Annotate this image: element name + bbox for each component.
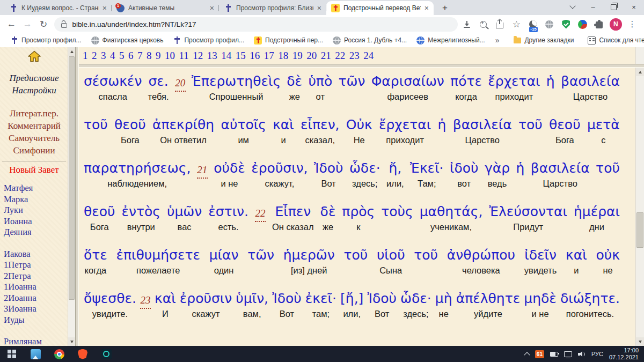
sidebar-book-link[interactable]: Иуды — [4, 315, 68, 326]
greek-word[interactable]: βασιλεία — [531, 159, 590, 177]
chapter-link[interactable]: 24 — [363, 50, 374, 62]
sidebar-book-link[interactable]: Иакова — [4, 249, 68, 260]
sidebar-scrollbar-thumb[interactable] — [69, 56, 75, 300]
greek-word[interactable]: Ἰδοὺ — [314, 159, 343, 177]
greek-word[interactable]: γὰρ — [485, 159, 510, 177]
greek-word[interactable]: Ἐλεύσονται — [489, 203, 567, 220]
menu-button[interactable]: ⋮ — [625, 17, 640, 32]
dark-mode-extension-button[interactable]: -15 — [525, 17, 540, 32]
bookmark-item[interactable]: Просмотр профил... — [168, 36, 249, 45]
frame-border-horizontal[interactable] — [79, 64, 644, 68]
greek-word[interactable]: ἐστιν. — [208, 203, 248, 220]
back-button[interactable]: ← — [4, 17, 19, 32]
translate-extension-button[interactable] — [542, 17, 557, 32]
greek-word[interactable]: τοὺς — [381, 203, 413, 220]
new-tab-button[interactable]: + — [438, 1, 452, 15]
zoom-indicator-button[interactable] — [476, 17, 491, 32]
greek-word[interactable]: ὧδε· — [349, 159, 380, 177]
browser-tab[interactable]: Подстрочный перевод Ветхого× — [326, 1, 434, 15]
greek-word[interactable]: ἡμερῶν — [283, 246, 335, 264]
greek-word[interactable]: τοῦ — [414, 246, 438, 264]
greek-word[interactable]: ἐπιθυμήσετε — [116, 246, 200, 264]
chapter-link[interactable]: 20 — [306, 50, 317, 62]
tray-badge[interactable]: 61 — [535, 350, 544, 358]
chapter-link[interactable]: 2 — [92, 50, 97, 62]
sidebar-book-link[interactable]: 1Петра — [4, 260, 68, 271]
greek-word[interactable]: Ἰδοὺ — [367, 290, 397, 307]
greek-word[interactable]: τοῦ — [596, 159, 620, 177]
greek-word[interactable]: παρατηρήσεως, — [84, 159, 191, 177]
greek-word[interactable]: ὄψεσθε. — [84, 290, 136, 307]
tab-close-icon[interactable]: × — [425, 4, 429, 12]
chapter-link[interactable]: 12 — [193, 50, 203, 62]
site-lock-icon[interactable] — [61, 23, 67, 28]
minimize-button[interactable]: – — [583, 0, 603, 14]
scroll-up-button[interactable] — [68, 47, 75, 56]
reading-list-button[interactable]: Список для чтения — [583, 36, 644, 45]
greek-word[interactable]: πότε — [450, 72, 482, 90]
greek-word[interactable]: ὑπὸ — [308, 72, 332, 90]
greek-word[interactable]: ὑμῶν — [167, 203, 202, 220]
sidebar-book-link[interactable]: Иоанна — [4, 216, 68, 227]
greek-word[interactable]: τῶν — [338, 72, 365, 90]
greek-word[interactable]: αὐτοῖς — [221, 116, 266, 134]
greek-word[interactable]: οὐδὲ — [214, 159, 245, 177]
greek-word[interactable]: ὧδε· — [400, 290, 431, 307]
tab-close-icon[interactable]: × — [317, 4, 321, 12]
greek-word[interactable]: υἱοῦ — [377, 246, 405, 264]
scroll-down-button[interactable] — [636, 337, 644, 346]
greek-word[interactable]: ἡ — [438, 116, 447, 134]
sidebar-book-link[interactable]: Матфея — [4, 183, 68, 194]
idm-extension-button[interactable] — [575, 17, 590, 32]
greek-word[interactable]: Ἐπερωτηθεὶς — [192, 72, 281, 90]
greek-word[interactable]: θεοῦ — [549, 116, 581, 134]
chapter-link[interactable]: 22 — [335, 50, 345, 62]
other-bookmarks-button[interactable]: Другие закладки — [509, 36, 579, 44]
sidebar-book-link[interactable]: Марка — [4, 194, 68, 205]
chapter-link[interactable]: 18 — [278, 50, 288, 62]
restore-button[interactable] — [603, 0, 624, 14]
greek-word[interactable]: καὶ — [273, 116, 294, 134]
greek-word[interactable]: Φαρισαίων — [371, 72, 444, 90]
sidebar-book-link[interactable]: Луки — [4, 205, 68, 216]
taskbar-photos-app[interactable] — [24, 346, 47, 362]
chapter-link[interactable]: 13 — [207, 50, 217, 62]
chapter-link[interactable]: 7 — [137, 50, 143, 62]
sidebar-link[interactable]: Предисловие — [0, 72, 68, 84]
greek-word[interactable]: βασιλεία — [453, 116, 512, 134]
sidebar-link[interactable]: Настройки — [0, 84, 68, 97]
browser-tab[interactable]: Активные темы× — [112, 1, 219, 15]
greek-word[interactable]: ἐροῦσιν — [180, 290, 232, 307]
greek-word[interactable]: Εἶπεν — [275, 203, 311, 220]
greek-word[interactable]: ἀπέλθητε — [456, 290, 521, 307]
chapter-link[interactable]: 4 — [110, 50, 115, 62]
greek-word[interactable]: εἶπεν, — [301, 116, 339, 134]
chapter-link[interactable]: 14 — [221, 50, 231, 62]
network-icon[interactable] — [564, 351, 572, 357]
speaker-icon[interactable] — [578, 351, 586, 357]
greek-word[interactable]: Ἐκεῖ· — [410, 159, 443, 177]
greek-word[interactable]: καὶ — [566, 246, 587, 264]
sidebar-tool-link[interactable]: Самоучитель — [0, 132, 68, 144]
greek-word[interactable]: ἐροῦσιν, — [251, 159, 308, 177]
scroll-down-button[interactable] — [68, 337, 75, 346]
greek-word[interactable]: τῶν — [247, 246, 274, 264]
greek-word[interactable]: [ἤ,] — [340, 290, 363, 307]
greek-word[interactable]: ἐντὸς — [122, 203, 161, 220]
greek-word[interactable]: ἤ, — [389, 159, 401, 177]
sidebar-tool-link[interactable]: Комментарий — [0, 120, 68, 132]
chapter-link[interactable]: 16 — [250, 50, 260, 62]
greek-word[interactable]: θεοῦ — [114, 116, 146, 134]
tab-close-icon[interactable]: × — [103, 4, 107, 12]
greek-word[interactable]: δὲ — [287, 72, 302, 90]
greek-word[interactable]: τοῦ — [343, 246, 368, 264]
greek-word[interactable]: διώξητε. — [560, 290, 620, 307]
chapter-link[interactable]: 21 — [321, 50, 331, 62]
reload-button[interactable]: ↻ — [36, 17, 51, 32]
home-link[interactable] — [0, 47, 68, 64]
greek-word[interactable]: θεοῦ — [84, 203, 115, 220]
greek-word[interactable]: δὲ — [320, 203, 336, 220]
verse-number-link[interactable]: 21 — [197, 159, 208, 189]
greek-word[interactable]: σέσωκέν — [84, 72, 142, 90]
greek-word[interactable]: ὅτε — [84, 246, 107, 264]
